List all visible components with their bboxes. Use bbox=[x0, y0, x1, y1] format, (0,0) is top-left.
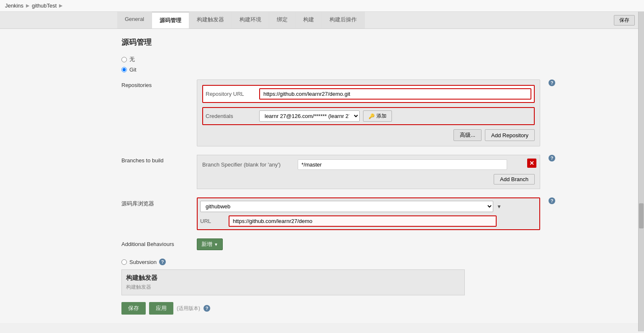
source-browser-label: 源码库浏览器 bbox=[121, 197, 188, 207]
browser-outer: githubweb ▼ URL bbox=[197, 197, 540, 230]
branch-specifier-label: Branch Specifier (blank for 'any') bbox=[202, 161, 294, 168]
repositories-label: Repositories bbox=[121, 79, 188, 88]
radio-git-label: Git bbox=[129, 67, 137, 73]
breadcrumb-sep1: ▶ bbox=[26, 3, 29, 8]
radio-none-row: 无 bbox=[121, 56, 626, 63]
repo-url-label: Repository URL bbox=[206, 91, 256, 97]
tab-post-build[interactable]: 构建后操作 bbox=[322, 12, 365, 28]
repo-url-input[interactable] bbox=[259, 88, 531, 100]
build-trigger-title: 构建触发器 bbox=[126, 274, 460, 282]
branch-specifier-input[interactable] bbox=[298, 159, 507, 170]
repositories-section: Repositories Repository URL Credentials bbox=[121, 79, 626, 146]
add-repository-button[interactable]: Add Repository bbox=[485, 129, 535, 141]
credentials-label: Credentials bbox=[206, 113, 256, 119]
browser-dropdown-arrow: ▼ bbox=[497, 204, 502, 210]
scrollbar-thumb[interactable] bbox=[639, 203, 644, 228]
browser-select[interactable]: githubweb bbox=[200, 201, 493, 212]
add-credentials-button[interactable]: 🔑 添加 bbox=[363, 110, 392, 122]
content-area: 源码管理 无 Git Repositories bbox=[0, 29, 638, 323]
radio-git-row: Git bbox=[121, 67, 626, 73]
add-branch-button[interactable]: Add Branch bbox=[494, 174, 535, 184]
tab-source-management[interactable]: 源码管理 bbox=[152, 12, 189, 28]
tab-build-env[interactable]: 构建环境 bbox=[232, 12, 269, 28]
repositories-help-icon[interactable]: ? bbox=[549, 79, 555, 86]
credentials-box: Credentials learnr 27@126.com/****** (le… bbox=[202, 107, 535, 125]
subversion-help-icon[interactable]: ? bbox=[159, 259, 166, 265]
additional-behaviours-row: 新增 ▼ bbox=[197, 238, 540, 250]
additional-behaviours-label: Additional Behaviours bbox=[121, 238, 188, 247]
url-label: URL bbox=[200, 218, 225, 224]
url-input[interactable] bbox=[229, 215, 497, 227]
branch-actions: Add Branch bbox=[202, 174, 535, 184]
add-behaviour-label: 新增 bbox=[201, 241, 212, 248]
key-icon: 🔑 bbox=[368, 113, 375, 119]
add-behaviour-arrow: ▼ bbox=[214, 242, 218, 247]
add-behaviour-button[interactable]: 新增 ▼ bbox=[197, 238, 223, 250]
browser-url-row: URL bbox=[200, 215, 537, 227]
tab-bind[interactable]: 绑定 bbox=[269, 12, 296, 28]
tab-build[interactable]: 构建 bbox=[296, 12, 322, 28]
repositories-content: Repository URL Credentials learnr 27@126… bbox=[197, 79, 540, 146]
branch-delete-button[interactable]: ✕ bbox=[527, 159, 536, 168]
build-trigger-subtitle: 构建触发器 bbox=[126, 284, 460, 291]
radio-git[interactable] bbox=[121, 67, 127, 72]
repo-actions: 高级... Add Repository bbox=[202, 129, 535, 141]
advanced-button[interactable]: 高级... bbox=[453, 129, 482, 141]
radio-none[interactable] bbox=[121, 57, 127, 62]
breadcrumb-bar: Jenkins ▶ githubTest ▶ bbox=[0, 0, 644, 12]
footer-help-icon[interactable]: ? bbox=[204, 305, 210, 312]
browser-help-icon[interactable]: ? bbox=[549, 197, 555, 204]
branches-content: ✕ Branch Specifier (blank for 'any') Add… bbox=[197, 155, 540, 189]
repo-url-box: Repository URL bbox=[202, 85, 535, 103]
tab-build-triggers[interactable]: 构建触发器 bbox=[189, 12, 232, 28]
scrollbar[interactable] bbox=[638, 12, 644, 331]
tab-save-button[interactable]: 保存 bbox=[614, 15, 635, 26]
branches-section: Branches to build ✕ Branch Specifier (bl… bbox=[121, 155, 626, 189]
radio-subversion[interactable] bbox=[121, 259, 127, 265]
build-trigger-section: 构建触发器 构建触发器 bbox=[121, 269, 465, 295]
save-button[interactable]: 保存 bbox=[121, 302, 146, 315]
subversion-label: Subversion bbox=[129, 259, 157, 265]
branches-label: Branches to build bbox=[121, 155, 188, 164]
page-title: 源码管理 bbox=[121, 37, 626, 47]
browser-select-row: githubweb ▼ bbox=[200, 201, 537, 212]
breadcrumb-sep2: ▶ bbox=[59, 3, 62, 8]
source-browser-section: 源码库浏览器 githubweb ▼ URL bbox=[121, 197, 626, 230]
additional-behaviours-section: Additional Behaviours 新增 ▼ bbox=[121, 238, 626, 250]
subversion-row: Subversion ? bbox=[121, 259, 626, 265]
footer-note: (适用版本) bbox=[177, 305, 200, 312]
apply-button[interactable]: 应用 bbox=[149, 302, 173, 315]
scm-radio-group: 无 Git bbox=[121, 56, 626, 73]
breadcrumb-project[interactable]: githubTest bbox=[32, 3, 57, 9]
tab-bar: General 源码管理 构建触发器 构建环境 绑定 构建 构建后操作 保存 bbox=[0, 12, 638, 29]
footer-buttons-area: 保存 应用 (适用版本) ? bbox=[121, 302, 626, 315]
tab-general[interactable]: General bbox=[117, 12, 152, 28]
radio-none-label: 无 bbox=[129, 56, 135, 63]
branch-specifier-row: Branch Specifier (blank for 'any') bbox=[202, 159, 535, 170]
breadcrumb-jenkins[interactable]: Jenkins bbox=[5, 3, 23, 9]
credentials-select[interactable]: learnr 27@126.com/****** (learnr 27) bbox=[259, 110, 360, 122]
branches-help-icon[interactable]: ? bbox=[549, 155, 555, 161]
